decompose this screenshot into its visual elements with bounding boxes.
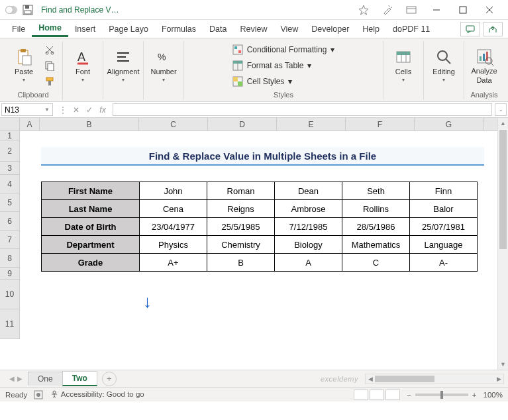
table-cell[interactable]: Rollins [342, 200, 410, 218]
alignment-button[interactable]: Alignment ▾ [109, 44, 138, 87]
tab-formulas[interactable]: Formulas [155, 22, 203, 36]
row-header-5[interactable]: 5 [0, 193, 19, 212]
table-cell[interactable]: A [275, 254, 342, 272]
conditional-formatting-button[interactable]: Conditional Formatting▾ [230, 43, 338, 56]
scrollbar-thumb[interactable] [375, 376, 434, 382]
cell-styles-button[interactable]: Cell Styles▾ [230, 75, 338, 88]
accessibility-status[interactable]: Accessibility: Good to go [50, 390, 144, 399]
add-sheet-button[interactable]: + [102, 372, 117, 386]
col-header-B[interactable]: B [40, 118, 139, 131]
number-button[interactable]: % Number ▾ [149, 44, 178, 87]
enter-icon[interactable]: ✓ [83, 105, 95, 115]
row-header-2[interactable]: 2 [0, 140, 19, 162]
row-header-4[interactable]: 4 [0, 175, 19, 193]
tab-review[interactable]: Review [233, 22, 274, 36]
copy-button[interactable] [42, 59, 57, 72]
formula-input[interactable] [113, 103, 492, 116]
scrollbar-thumb[interactable] [499, 130, 507, 249]
row-header-1[interactable]: 1 [0, 131, 19, 140]
tab-file[interactable]: File [5, 22, 32, 36]
zoom-out-icon[interactable]: − [407, 391, 411, 399]
share-button[interactable] [483, 22, 503, 36]
analyze-data-button[interactable]: Analyze Data [470, 44, 499, 87]
table-cell[interactable]: 25/07/1981 [410, 218, 478, 236]
table-cell[interactable]: Mathematics [342, 236, 410, 254]
fx-icon[interactable]: fx [97, 105, 109, 115]
table-cell[interactable]: Finn [410, 182, 478, 200]
paste-button[interactable]: Paste ▾ [9, 44, 38, 87]
scroll-down-icon[interactable]: ▼ [498, 359, 508, 370]
tab-help[interactable]: Help [356, 22, 386, 36]
table-cell[interactable]: Cena [140, 200, 207, 218]
fx-expand-icon[interactable]: ⋮ [57, 105, 69, 115]
row-header-9[interactable]: 9 [0, 268, 19, 280]
row-header-3[interactable]: 3 [0, 162, 19, 175]
col-header-C[interactable]: C [139, 118, 208, 131]
zoom-in-icon[interactable]: + [472, 391, 477, 399]
ribbon-mode-icon[interactable] [399, 0, 423, 20]
table-cell[interactable]: Chemistry [207, 236, 275, 254]
formula-expand-button[interactable]: ⌄ [495, 103, 507, 116]
vertical-scrollbar[interactable]: ▲ ▼ [497, 118, 508, 370]
table-cell[interactable]: A- [410, 254, 478, 272]
format-as-table-button[interactable]: Format as Table▾ [230, 59, 338, 72]
font-button[interactable]: A Font ▾ [68, 44, 97, 87]
tab-data[interactable]: Data [203, 22, 233, 36]
tab-home[interactable]: Home [32, 21, 68, 37]
col-header-F[interactable]: F [346, 118, 415, 131]
zoom-level[interactable]: 100% [483, 391, 503, 399]
scroll-right-icon[interactable]: ▶ [494, 374, 503, 384]
format-painter-button[interactable] [42, 75, 57, 88]
macro-record-icon[interactable] [34, 390, 43, 399]
table-cell[interactable]: 28/5/1986 [342, 218, 410, 236]
table-cell[interactable]: Language [410, 236, 478, 254]
row-header-11[interactable]: 11 [0, 309, 19, 339]
table-cell[interactable]: 25/5/1985 [207, 218, 275, 236]
tab-view[interactable]: View [274, 22, 305, 36]
zoom-track[interactable] [415, 394, 468, 396]
table-cell[interactable]: Biology [275, 236, 342, 254]
sheet-nav-prev-icon[interactable]: ◀ [9, 375, 15, 382]
col-header-D[interactable]: D [208, 118, 277, 131]
col-header-G[interactable]: G [415, 118, 483, 131]
table-cell[interactable]: 7/12/1985 [275, 218, 342, 236]
premium-icon[interactable] [352, 0, 376, 20]
view-normal-button[interactable] [354, 390, 368, 400]
table-cell[interactable]: Reigns [207, 200, 275, 218]
table-cell[interactable]: Seth [342, 182, 410, 200]
comments-button[interactable] [460, 22, 480, 36]
table-cell[interactable]: Balor [410, 200, 478, 218]
row-header-6[interactable]: 6 [0, 212, 19, 231]
cut-button[interactable] [42, 43, 57, 56]
zoom-slider[interactable]: − + [407, 391, 476, 399]
table-cell[interactable]: Physics [140, 236, 207, 254]
view-page-layout-button[interactable] [370, 390, 384, 400]
table-cell[interactable]: C [342, 254, 410, 272]
save-icon[interactable] [23, 5, 33, 15]
row-header-7[interactable]: 7 [0, 231, 19, 249]
horizontal-scrollbar[interactable]: ◀ ▶ [365, 374, 504, 384]
col-header-E[interactable]: E [277, 118, 346, 131]
minimize-button[interactable] [423, 0, 450, 20]
row-header-10[interactable]: 10 [0, 280, 19, 309]
tab-developer[interactable]: Developer [305, 22, 356, 36]
scroll-left-icon[interactable]: ◀ [366, 374, 375, 384]
autosave-toggle[interactable] [5, 6, 17, 14]
cancel-icon[interactable]: ✕ [70, 105, 82, 115]
table-cell[interactable]: 23/04/1977 [140, 218, 207, 236]
tab-page-layout[interactable]: Page Layo [102, 22, 155, 36]
sheet-tab-one[interactable]: One [28, 372, 63, 386]
table-cell[interactable]: Ambrose [275, 200, 342, 218]
view-page-break-button[interactable] [385, 390, 400, 400]
tab-insert[interactable]: Insert [68, 22, 102, 36]
col-header-A[interactable]: A [20, 118, 40, 131]
close-button[interactable] [476, 0, 503, 20]
table-cell[interactable]: A+ [140, 254, 207, 272]
magic-icon[interactable] [376, 0, 399, 20]
row-header-8[interactable]: 8 [0, 249, 19, 268]
editing-button[interactable]: Editing ▾ [429, 44, 458, 87]
scroll-up-icon[interactable]: ▲ [498, 118, 508, 129]
name-box[interactable]: N13▼ [1, 103, 53, 116]
select-all-corner[interactable] [0, 118, 20, 131]
cells-button[interactable]: Cells ▾ [389, 44, 418, 87]
